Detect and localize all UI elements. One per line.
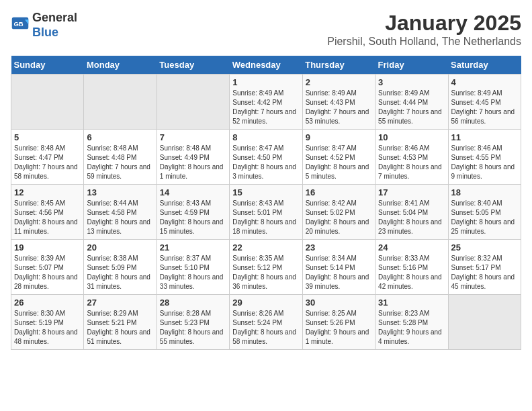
day-number: 29 <box>232 298 299 308</box>
day-info: Sunrise: 8:41 AM Sunset: 5:04 PM Dayligh… <box>378 199 445 236</box>
title-area: January 2025 Piershil, South Holland, Th… <box>327 11 521 48</box>
header-cell-monday: Monday <box>84 56 157 75</box>
day-number: 22 <box>232 242 299 253</box>
day-number: 23 <box>306 242 372 253</box>
calendar-cell: 15Sunrise: 8:43 AM Sunset: 5:01 PM Dayli… <box>230 185 302 240</box>
calendar-cell: 3Sunrise: 8:49 AM Sunset: 4:44 PM Daylig… <box>375 75 448 130</box>
calendar-cell: 29Sunrise: 8:26 AM Sunset: 5:24 PM Dayli… <box>230 295 302 350</box>
day-info: Sunrise: 8:29 AM Sunset: 5:21 PM Dayligh… <box>87 309 153 347</box>
calendar-cell: 12Sunrise: 8:45 AM Sunset: 4:56 PM Dayli… <box>11 185 84 240</box>
calendar-cell: 18Sunrise: 8:40 AM Sunset: 5:05 PM Dayli… <box>448 185 521 240</box>
calendar-cell: 16Sunrise: 8:42 AM Sunset: 5:02 PM Dayli… <box>302 185 375 240</box>
week-row-1: 1Sunrise: 8:49 AM Sunset: 4:42 PM Daylig… <box>11 75 521 130</box>
day-number: 13 <box>87 187 153 197</box>
day-info: Sunrise: 8:40 AM Sunset: 5:05 PM Dayligh… <box>451 199 518 236</box>
day-number: 6 <box>87 132 153 142</box>
day-number: 31 <box>378 298 445 308</box>
week-row-3: 12Sunrise: 8:45 AM Sunset: 4:56 PM Dayli… <box>11 185 521 240</box>
calendar-cell: 26Sunrise: 8:30 AM Sunset: 5:19 PM Dayli… <box>11 295 84 350</box>
calendar-cell: 2Sunrise: 8:49 AM Sunset: 4:43 PM Daylig… <box>302 75 375 130</box>
calendar-cell <box>11 75 84 130</box>
logo-blue: Blue <box>32 26 77 40</box>
day-info: Sunrise: 8:35 AM Sunset: 5:12 PM Dayligh… <box>232 254 299 291</box>
day-info: Sunrise: 8:49 AM Sunset: 4:43 PM Dayligh… <box>306 89 372 126</box>
day-number: 28 <box>160 298 226 308</box>
day-info: Sunrise: 8:39 AM Sunset: 5:07 PM Dayligh… <box>14 254 81 291</box>
calendar-cell <box>84 75 157 130</box>
calendar-cell: 10Sunrise: 8:46 AM Sunset: 4:53 PM Dayli… <box>375 130 448 185</box>
subtitle: Piershil, South Holland, The Netherlands <box>327 36 521 48</box>
header-cell-thursday: Thursday <box>302 56 375 75</box>
day-info: Sunrise: 8:43 AM Sunset: 5:01 PM Dayligh… <box>232 199 299 236</box>
day-info: Sunrise: 8:32 AM Sunset: 5:17 PM Dayligh… <box>451 254 518 291</box>
day-info: Sunrise: 8:23 AM Sunset: 5:28 PM Dayligh… <box>378 309 445 347</box>
day-number: 24 <box>378 242 445 253</box>
day-number: 2 <box>306 77 372 87</box>
day-info: Sunrise: 8:47 AM Sunset: 4:52 PM Dayligh… <box>306 144 372 181</box>
day-number: 18 <box>451 187 518 197</box>
day-number: 16 <box>306 187 372 197</box>
logo-text: General Blue <box>32 11 77 40</box>
day-info: Sunrise: 8:49 AM Sunset: 4:45 PM Dayligh… <box>451 89 518 126</box>
day-number: 25 <box>451 242 518 253</box>
day-number: 12 <box>14 187 81 197</box>
day-info: Sunrise: 8:42 AM Sunset: 5:02 PM Dayligh… <box>306 199 372 236</box>
day-info: Sunrise: 8:28 AM Sunset: 5:23 PM Dayligh… <box>160 309 226 347</box>
calendar-cell: 8Sunrise: 8:47 AM Sunset: 4:50 PM Daylig… <box>230 130 302 185</box>
day-info: Sunrise: 8:49 AM Sunset: 4:44 PM Dayligh… <box>378 89 445 126</box>
day-info: Sunrise: 8:38 AM Sunset: 5:09 PM Dayligh… <box>87 254 153 291</box>
calendar-cell: 4Sunrise: 8:49 AM Sunset: 4:45 PM Daylig… <box>448 75 521 130</box>
day-info: Sunrise: 8:43 AM Sunset: 4:59 PM Dayligh… <box>160 199 226 236</box>
calendar-cell: 5Sunrise: 8:48 AM Sunset: 4:47 PM Daylig… <box>11 130 84 185</box>
calendar-cell: 9Sunrise: 8:47 AM Sunset: 4:52 PM Daylig… <box>302 130 375 185</box>
day-info: Sunrise: 8:45 AM Sunset: 4:56 PM Dayligh… <box>14 199 81 236</box>
calendar-cell: 14Sunrise: 8:43 AM Sunset: 4:59 PM Dayli… <box>157 185 229 240</box>
calendar-cell: 30Sunrise: 8:25 AM Sunset: 5:26 PM Dayli… <box>302 295 375 350</box>
week-row-4: 19Sunrise: 8:39 AM Sunset: 5:07 PM Dayli… <box>11 240 521 295</box>
week-row-2: 5Sunrise: 8:48 AM Sunset: 4:47 PM Daylig… <box>11 130 521 185</box>
calendar-cell: 27Sunrise: 8:29 AM Sunset: 5:21 PM Dayli… <box>84 295 157 350</box>
calendar-cell <box>157 75 229 130</box>
calendar-cell: 20Sunrise: 8:38 AM Sunset: 5:09 PM Dayli… <box>84 240 157 295</box>
day-number: 20 <box>87 242 153 253</box>
day-number: 1 <box>232 77 299 87</box>
day-info: Sunrise: 8:44 AM Sunset: 4:58 PM Dayligh… <box>87 199 153 236</box>
header-cell-wednesday: Wednesday <box>230 56 302 75</box>
day-info: Sunrise: 8:46 AM Sunset: 4:55 PM Dayligh… <box>451 144 518 181</box>
day-number: 21 <box>160 242 226 253</box>
calendar-cell: 6Sunrise: 8:48 AM Sunset: 4:48 PM Daylig… <box>84 130 157 185</box>
day-info: Sunrise: 8:48 AM Sunset: 4:47 PM Dayligh… <box>14 144 81 181</box>
page-header: GB General Blue January 2025 Piershil, S… <box>11 11 521 48</box>
day-info: Sunrise: 8:25 AM Sunset: 5:26 PM Dayligh… <box>306 309 372 347</box>
day-number: 4 <box>451 77 518 87</box>
header-cell-friday: Friday <box>375 56 448 75</box>
calendar-cell: 28Sunrise: 8:28 AM Sunset: 5:23 PM Dayli… <box>157 295 229 350</box>
day-number: 3 <box>378 77 445 87</box>
calendar-cell: 17Sunrise: 8:41 AM Sunset: 5:04 PM Dayli… <box>375 185 448 240</box>
day-number: 8 <box>232 132 299 142</box>
calendar-cell: 21Sunrise: 8:37 AM Sunset: 5:10 PM Dayli… <box>157 240 229 295</box>
day-info: Sunrise: 8:33 AM Sunset: 5:16 PM Dayligh… <box>378 254 445 291</box>
svg-text:GB: GB <box>13 19 23 27</box>
day-number: 26 <box>14 298 81 308</box>
calendar-cell: 13Sunrise: 8:44 AM Sunset: 4:58 PM Dayli… <box>84 185 157 240</box>
logo-icon: GB <box>11 16 30 35</box>
day-number: 15 <box>232 187 299 197</box>
header-cell-tuesday: Tuesday <box>157 56 229 75</box>
day-number: 9 <box>306 132 372 142</box>
calendar-cell: 25Sunrise: 8:32 AM Sunset: 5:17 PM Dayli… <box>448 240 521 295</box>
day-info: Sunrise: 8:49 AM Sunset: 4:42 PM Dayligh… <box>232 89 299 126</box>
day-number: 5 <box>14 132 81 142</box>
day-number: 7 <box>160 132 226 142</box>
calendar-cell: 1Sunrise: 8:49 AM Sunset: 4:42 PM Daylig… <box>230 75 302 130</box>
day-number: 27 <box>87 298 153 308</box>
day-info: Sunrise: 8:37 AM Sunset: 5:10 PM Dayligh… <box>160 254 226 291</box>
day-number: 19 <box>14 242 81 253</box>
day-number: 14 <box>160 187 226 197</box>
logo: GB General Blue <box>11 11 77 40</box>
main-title: January 2025 <box>327 11 521 36</box>
day-info: Sunrise: 8:46 AM Sunset: 4:53 PM Dayligh… <box>378 144 445 181</box>
day-number: 17 <box>378 187 445 197</box>
day-number: 11 <box>451 132 518 142</box>
logo-general: General <box>32 11 77 26</box>
